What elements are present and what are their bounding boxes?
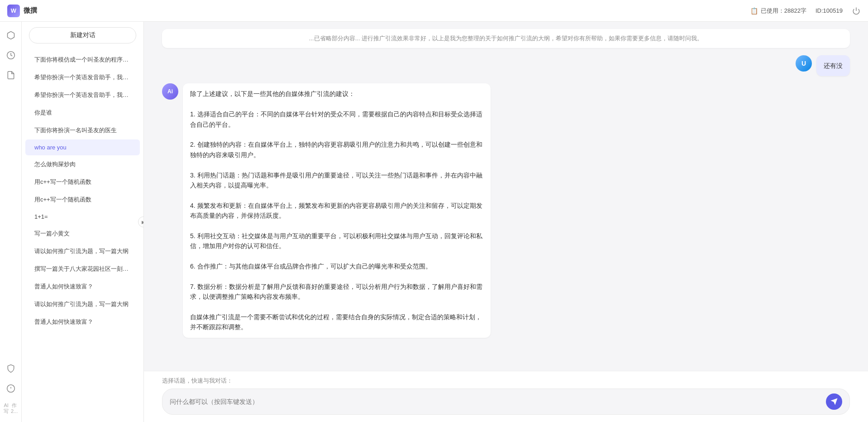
chat-bottom-icon[interactable]: AI写作2... xyxy=(3,400,19,417)
app-title: 微撰 xyxy=(24,6,37,15)
sidebar-item[interactable]: 怎么做狗屎炒肉 xyxy=(25,156,140,173)
input-row xyxy=(162,388,850,415)
sidebar-item[interactable]: who are you xyxy=(25,139,140,155)
sidebar-item[interactable]: 普通人如何快速致富？ xyxy=(25,313,140,331)
info-icon[interactable] xyxy=(3,380,19,397)
quick-select-label: 选择话题，快速与我对话： xyxy=(162,377,850,385)
main-layout: AI写作2... 新建对话 下面你将模仿成一个叫圣友的程序员，我说...希望你扮… xyxy=(0,22,868,422)
header-right: 📋 已使用：28822字 ID:100519 xyxy=(750,6,861,15)
document-icon: 📋 xyxy=(750,7,758,14)
message-row: Ai除了上述建议，以下是一些其他的自媒体推广引流的建议： 1. 选择适合自己的平… xyxy=(162,83,850,337)
avatar: Ai xyxy=(162,83,178,100)
avatar: U xyxy=(796,55,812,72)
message-bubble: 除了上述建议，以下是一些其他的自媒体推广引流的建议： 1. 选择适合自己的平台：… xyxy=(183,83,491,337)
sidebar-item[interactable]: 用c++写一个随机函数 xyxy=(25,173,140,191)
new-conversation-button[interactable]: 新建对话 xyxy=(29,27,136,43)
sidebar-item[interactable]: 请以如何推广引流为题，写一篇大纲 xyxy=(25,243,140,260)
sidebar-item[interactable]: 下面你将扮演一名叫圣友的医生 xyxy=(25,122,140,139)
sidebar-item[interactable]: 希望你扮演一个英语发音助手，我提供给你... xyxy=(25,69,140,86)
cube-icon[interactable] xyxy=(3,27,19,43)
logo-text: W xyxy=(11,7,16,14)
sidebar-item[interactable]: 写一篇小黄文 xyxy=(25,225,140,242)
sidebar-item[interactable]: 请以如何推广引流为题，写一篇大纲 xyxy=(25,296,140,313)
sidebar-item[interactable]: 希望你扮演一个英语发音助手，我提供给你... xyxy=(25,86,140,104)
icon-bar: AI写作2... xyxy=(0,22,22,422)
sidebar-item[interactable]: 下面你将模仿成一个叫圣友的程序员，我说... xyxy=(25,51,140,68)
message-row: 还有没U xyxy=(162,55,850,76)
send-button[interactable] xyxy=(826,393,842,410)
usage-info: 📋 已使用：28822字 xyxy=(750,7,806,15)
truncated-message: ...已省略部分内容... 进行推广引流效果非常好，以上是我为您整理的关于如何推… xyxy=(162,29,850,48)
sidebar: 新建对话 下面你将模仿成一个叫圣友的程序员，我说...希望你扮演一个英语发音助手… xyxy=(22,22,144,422)
clock-icon[interactable] xyxy=(3,47,19,63)
user-id: ID:100519 xyxy=(816,7,843,14)
conversation-list: 下面你将模仿成一个叫圣友的程序员，我说...希望你扮演一个英语发音助手，我提供给… xyxy=(22,49,143,422)
header: W 微撰 📋 已使用：28822字 ID:100519 xyxy=(0,0,868,22)
chat-area: ...已省略部分内容... 进行推广引流效果非常好，以上是我为您整理的关于如何推… xyxy=(144,22,868,422)
app-logo: W xyxy=(7,5,20,17)
chat-input[interactable] xyxy=(170,398,821,405)
sidebar-item[interactable]: 普通人如何快速致富？ xyxy=(25,278,140,295)
usage-label: 已使用：28822字 xyxy=(761,7,806,15)
chat-messages: ...已省略部分内容... 进行推广引流效果非常好，以上是我为您整理的关于如何推… xyxy=(144,22,868,371)
sidebar-item[interactable]: 撰写一篇关于八大家花园社区一刻钟便民生... xyxy=(25,260,140,278)
sidebar-item[interactable]: 用c++写一个随机函数 xyxy=(25,191,140,208)
document-icon[interactable] xyxy=(3,67,19,83)
sidebar-item[interactable]: 你是谁 xyxy=(25,104,140,121)
chat-input-area: 选择话题，快速与我对话： xyxy=(144,371,868,422)
shield-icon[interactable] xyxy=(3,360,19,377)
message-bubble: 还有没 xyxy=(816,55,850,76)
truncated-text: ...已省略部分内容... 进行推广引流效果非常好，以上是我为您整理的关于如何推… xyxy=(309,35,703,42)
power-button[interactable] xyxy=(852,6,861,15)
header-left: W 微撰 xyxy=(7,5,37,17)
sidebar-item[interactable]: 1+1= xyxy=(25,209,140,225)
